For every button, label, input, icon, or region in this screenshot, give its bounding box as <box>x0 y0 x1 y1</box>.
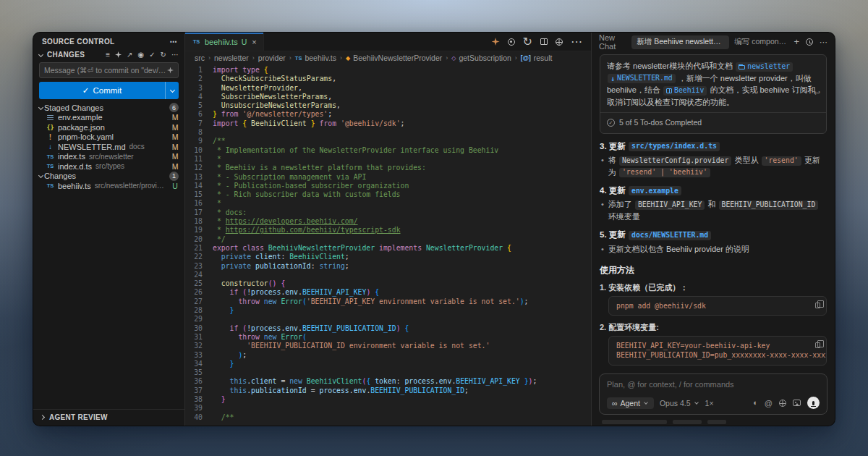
code-line: 7import { BeehiivClient } from '@beehiiv… <box>185 119 591 128</box>
git-status-letter: M <box>171 132 179 141</box>
usage-multiplier: 1× <box>705 399 714 408</box>
breadcrumb-separator: › <box>289 54 292 62</box>
model-selector[interactable]: Opus 4.5 <box>660 399 699 408</box>
git-status-letter: M <box>171 123 179 132</box>
split-editor-icon[interactable] <box>540 38 548 45</box>
chat-more-icon[interactable]: ⋯ <box>820 38 827 47</box>
breadcrumb-item[interactable]: beehiiv.ts <box>305 54 336 62</box>
more-icon[interactable]: ⋯ <box>171 51 179 59</box>
commit-message-input[interactable]: Message (⌘⏎ to commit on "dev/beehiiv") <box>39 62 179 78</box>
chat-tab-other[interactable]: 编写 components.… <box>734 37 788 47</box>
copy-code-button[interactable] <box>813 340 820 351</box>
refresh-icon[interactable]: ↻ <box>161 51 166 59</box>
code-line-content: SubscribeNewsletterParams, <box>213 93 332 101</box>
file-row[interactable]: TSindex.tssrc/newsletterM <box>33 152 184 162</box>
mention-icon[interactable]: @ <box>765 399 773 408</box>
code-editor[interactable]: 1import type {2 CheckSubscribeStatusPara… <box>185 64 591 426</box>
new-chat-label[interactable]: New Chat <box>599 33 626 51</box>
open-changes-icon[interactable]: ↻ <box>523 35 532 48</box>
response-heading: 3. 更新 src/types/index.d.ts <box>600 140 827 153</box>
context-usage-icon[interactable]: ◐ <box>753 399 758 407</box>
file-row[interactable]: !pnpm-lock.yamlM <box>33 132 184 143</box>
more-icon[interactable]: ⋯ <box>571 35 582 48</box>
voice-button[interactable] <box>807 397 820 409</box>
line-number: 31 <box>185 333 213 342</box>
history-icon[interactable] <box>806 38 813 46</box>
breadcrumb-item[interactable]: result <box>534 54 553 62</box>
bullet-dot: • <box>601 243 604 256</box>
restore-checkpoint-icon[interactable]: ↩ <box>814 87 820 99</box>
chat-tab-active[interactable]: 新增 Beehiive newsletter provide <box>631 35 729 49</box>
breadcrumb-item[interactable]: newsletter <box>214 54 249 62</box>
code-line-content: 'BEEHIIV_PUBLICATION_ID environment vari… <box>213 342 490 350</box>
chat-input-box[interactable]: Plan, @ for context, / for commands ∞ Ag… <box>599 373 827 415</box>
file-path: src/newsletter/provider <box>95 182 167 190</box>
sidebar-more-icon[interactable]: ⋯ <box>170 38 177 46</box>
web-icon[interactable] <box>779 400 786 407</box>
tab-close-icon[interactable]: × <box>252 38 256 46</box>
file-link-pill[interactable]: src/types/index.d.ts <box>629 142 720 151</box>
code-line-content: export class BeehiivNewsletterProvider i… <box>213 244 511 253</box>
commit-graph-icon[interactable]: ◉ <box>137 51 144 59</box>
breadcrumb-separator: › <box>515 54 517 62</box>
breadcrumb-item[interactable]: src <box>195 54 205 62</box>
file-link-pill[interactable]: env.example <box>629 186 681 195</box>
doc-context-pill[interactable]: Beehiiv <box>663 86 707 96</box>
code-line: 33 ); <box>185 351 591 360</box>
file-row[interactable]: ↓NEWSLETTER.mddocsM <box>33 142 184 152</box>
commit-button[interactable]: ✓Commit <box>39 82 179 99</box>
line-number: 34 <box>185 360 213 368</box>
create-pull-request-icon[interactable]: ↗ <box>127 51 132 59</box>
breadcrumb-item[interactable]: provider <box>258 54 286 62</box>
markdown-context-pill[interactable]: ↓NEWSLETTER.md <box>608 74 676 83</box>
changes-section-header[interactable]: CHANGES ≡↗◉✓↻⋯ <box>33 49 184 60</box>
line-number: 7 <box>185 119 213 128</box>
todos-summary[interactable]: ✓ 5 of 5 To-dos Completed <box>600 112 826 133</box>
user-message-text: 请参考 newsletter模块的代码和文档 newsletter ↓NEWSL… <box>607 60 820 112</box>
image-icon[interactable] <box>793 400 801 406</box>
code-line: 23 private publicationId: string; <box>185 262 591 271</box>
chat-body[interactable]: 请参考 newsletter模块的代码和文档 newsletter ↓NEWSL… <box>592 51 835 371</box>
agent-review-section[interactable]: AGENT REVIEW <box>33 409 184 426</box>
code-line-content: } <box>213 395 226 404</box>
commit-check-icon[interactable]: ✓ <box>149 51 155 59</box>
line-number: 5 <box>185 101 213 110</box>
file-link-pill[interactable]: docs/NEWSLETTER.md <box>629 231 711 240</box>
generate-commit-message-icon[interactable] <box>115 51 122 58</box>
agent-mode-selector[interactable]: ∞ Agent <box>607 397 654 409</box>
folder-context-pill[interactable]: newsletter <box>736 62 793 72</box>
breadcrumb[interactable]: src›newsletter›provider›TSbeehiiv.ts›◆Be… <box>185 51 591 64</box>
file-row[interactable]: TSindex.d.tssrc/typesM <box>33 161 184 172</box>
generate-commit-sparkle-icon[interactable] <box>167 67 174 74</box>
commit-dropdown[interactable] <box>165 82 179 99</box>
ai-sparkle-icon[interactable] <box>492 38 500 46</box>
code-line-content: * - Publication-based subscriber organiz… <box>213 182 409 190</box>
inline-code-pill: BEEHIIV_API_KEY <box>635 200 705 210</box>
line-number: 35 <box>185 368 213 377</box>
file-row[interactable]: env.exampleM <box>33 113 184 123</box>
typescript-file-icon: TS <box>46 163 55 169</box>
record-icon[interactable] <box>508 38 515 46</box>
response-bullet: •更新文档以包含 Beehiiv provider 的说明 <box>601 243 827 256</box>
line-number: 3 <box>185 84 213 93</box>
breadcrumb-item[interactable]: BeehiivNewsletterProvider <box>353 54 442 62</box>
view-and-sort-icon[interactable]: ≡ <box>106 51 110 59</box>
todos-label: 5 of 5 To-dos Completed <box>619 117 702 129</box>
line-number: 1 <box>185 66 213 75</box>
add-chat-icon[interactable]: + <box>793 38 799 46</box>
tab-beehiiv-ts[interactable]: TS beehiiv.ts U × <box>185 33 264 51</box>
changes-group-row[interactable]: Changes1 <box>33 172 184 182</box>
code-line-content: * Beehiiv is a newsletter platform that … <box>213 164 426 172</box>
browser-preview-icon[interactable] <box>556 38 563 46</box>
code-line-content: * Implementation of the NewsletterProvid… <box>213 146 498 155</box>
file-path: src/types <box>95 162 167 170</box>
file-row[interactable]: {}package.jsonM <box>33 122 184 132</box>
code-line: 24 <box>185 271 591 279</box>
env-file-icon <box>46 115 55 121</box>
inline-code-pill: 'resend' | 'beehiiv' <box>619 168 710 177</box>
copy-code-button[interactable] <box>813 300 820 311</box>
changes-group-row[interactable]: Staged Changes6 <box>33 103 184 113</box>
file-row[interactable]: TSbeehiiv.tssrc/newsletter/providerU <box>33 181 184 191</box>
code-line: 21export class BeehiivNewsletterProvider… <box>185 244 591 253</box>
breadcrumb-item[interactable]: getSubscription <box>459 54 511 62</box>
